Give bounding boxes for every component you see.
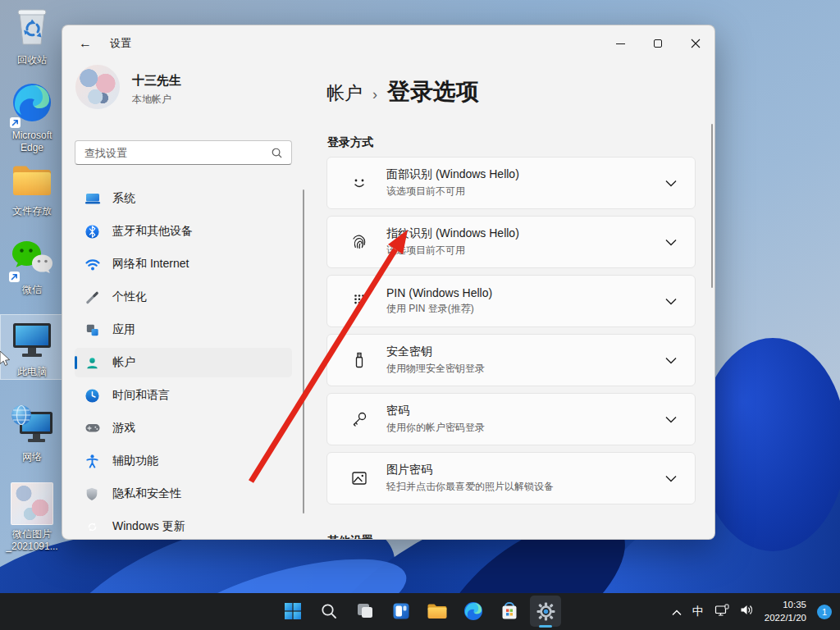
task-view-icon	[355, 601, 375, 621]
desktop-icon-wechat[interactable]: 微信	[2, 240, 62, 296]
shortcut-arrow-icon	[9, 272, 20, 282]
edge-button[interactable]	[458, 596, 489, 627]
sidebar-scrollbar[interactable]	[303, 189, 304, 514]
image-thumbnail	[11, 482, 53, 525]
card-subtitle: 该选项目前不可用	[386, 185, 665, 199]
volume-icon[interactable]	[740, 604, 754, 619]
card-title: PIN (Windows Hello)	[386, 286, 665, 299]
settings-button[interactable]	[530, 596, 561, 627]
wechat-icon	[11, 240, 53, 281]
settings-search-box[interactable]	[75, 140, 292, 165]
folder-icon	[11, 162, 53, 202]
breadcrumb-accounts[interactable]: 帐户	[326, 81, 363, 106]
card-picture-password[interactable]: 图片密码 轻扫并点击你最喜爱的照片以解锁设备	[326, 452, 696, 504]
settings-nav: 系统 蓝牙和其他设备 网络和 Internet 个性化 应用	[75, 184, 292, 540]
bluetooth-icon	[84, 223, 103, 240]
nav-item-system[interactable]: 系统	[75, 184, 292, 213]
widgets-icon	[391, 601, 411, 621]
nav-item-accounts[interactable]: 帐户	[75, 348, 292, 377]
taskbar: 中 10:35 2022/1/20 1	[0, 593, 840, 630]
content-scrollbar[interactable]	[711, 124, 713, 288]
file-explorer-icon	[427, 602, 448, 620]
search-input[interactable]	[75, 147, 271, 159]
desktop-icon-label: 文件存放	[12, 205, 52, 217]
fingerprint-icon	[347, 231, 372, 253]
notification-badge[interactable]: 1	[817, 605, 832, 619]
chevron-down-icon	[665, 416, 677, 423]
shield-icon	[84, 486, 103, 502]
desktop-icon-this-pc[interactable]: 此电脑	[2, 320, 62, 378]
gamepad-icon	[84, 420, 103, 436]
window-title: 设置	[110, 36, 131, 51]
card-security-key[interactable]: 安全密钥 使用物理安全密钥登录	[326, 334, 696, 386]
recycle-bin-icon	[13, 7, 51, 51]
shortcut-arrow-icon	[10, 117, 21, 128]
network-tray-icon[interactable]	[714, 604, 729, 620]
nav-item-bluetooth-devices[interactable]: 蓝牙和其他设备	[75, 217, 292, 246]
file-explorer-button[interactable]	[422, 596, 453, 627]
section-other-settings: 其他设置	[327, 534, 373, 540]
desktop-icon-edge[interactable]: Microsoft Edge	[2, 82, 62, 154]
chevron-down-icon	[665, 239, 677, 246]
back-button[interactable]: ←	[72, 30, 98, 57]
card-password[interactable]: 密码 使用你的帐户密码登录	[326, 393, 696, 445]
widgets-button[interactable]	[386, 596, 417, 627]
start-button[interactable]	[277, 596, 308, 627]
wifi-icon	[84, 256, 103, 272]
desktop-icon-network[interactable]: 网络	[2, 404, 62, 463]
card-title: 面部识别 (Windows Hello)	[386, 167, 665, 182]
breadcrumb-separator-icon: ›	[372, 86, 377, 103]
user-avatar[interactable]	[75, 65, 120, 109]
store-button[interactable]	[494, 596, 525, 627]
system-icon	[84, 190, 103, 207]
card-face-recognition[interactable]: 面部识别 (Windows Hello) 该选项目前不可用	[326, 157, 696, 209]
network-icon	[10, 404, 54, 448]
user-name: 十三先生	[132, 73, 181, 89]
page-title: 登录选项	[387, 76, 479, 107]
nav-item-gaming[interactable]: 游戏	[75, 413, 292, 443]
desktop-icon-label: Microsoft Edge	[2, 130, 62, 154]
card-subtitle: 该选项目前不可用	[386, 244, 665, 258]
back-arrow-icon: ←	[79, 36, 92, 51]
card-subtitle: 轻扫并点击你最喜爱的照片以解锁设备	[386, 480, 665, 494]
desktop-icon-file-storage[interactable]: 文件存放	[2, 162, 62, 217]
nav-item-privacy-security[interactable]: 隐私和安全性	[75, 479, 292, 509]
nav-item-network-internet[interactable]: 网络和 Internet	[75, 249, 292, 279]
nav-item-personalization[interactable]: 个性化	[75, 282, 292, 312]
nav-item-windows-update[interactable]: Windows 更新	[75, 512, 292, 540]
store-icon	[500, 601, 519, 621]
search-button[interactable]	[313, 596, 345, 627]
update-icon	[84, 518, 103, 535]
card-pin[interactable]: PIN (Windows Hello) 使用 PIN 登录(推荐)	[326, 275, 696, 327]
task-view-button[interactable]	[349, 596, 381, 627]
nav-item-time-language[interactable]: 时间和语言	[75, 381, 292, 410]
search-icon	[271, 147, 283, 159]
clock-icon	[84, 387, 103, 404]
ime-indicator[interactable]: 中	[692, 605, 704, 619]
nav-item-apps[interactable]: 应用	[75, 315, 292, 345]
nav-item-accessibility[interactable]: 辅助功能	[75, 446, 292, 476]
search-icon	[320, 602, 338, 620]
edge-icon	[463, 601, 483, 621]
desktop-icon-recycle-bin[interactable]: 回收站	[2, 7, 62, 66]
desktop-icon-label: 此电脑	[17, 366, 47, 378]
picture-icon	[347, 468, 372, 489]
tray-chevron-up-icon[interactable]	[672, 605, 682, 619]
card-title: 密码	[386, 404, 665, 418]
card-title: 安全密钥	[386, 345, 665, 359]
desktop-icon-wechat-image[interactable]: 微信图片_2021091...	[2, 482, 62, 553]
desktop-icon-label: 微信	[22, 284, 42, 296]
pin-pad-icon	[347, 290, 372, 312]
brush-icon	[84, 289, 103, 305]
bloom-petal	[699, 338, 840, 551]
mouse-cursor	[0, 351, 11, 368]
card-fingerprint-recognition[interactable]: 指纹识别 (Windows Hello) 该选项目前不可用	[326, 216, 696, 268]
card-title: 指纹识别 (Windows Hello)	[386, 226, 665, 241]
settings-window: ← 设置 十三先生 本地帐户 系统 蓝牙和其他设备	[62, 25, 715, 540]
windows-logo-icon	[283, 601, 303, 621]
chevron-down-icon	[665, 180, 677, 187]
key-icon	[347, 409, 372, 430]
desktop-icon-label: 微信图片_2021091...	[6, 528, 57, 553]
taskbar-clock[interactable]: 10:35 2022/1/20	[765, 599, 806, 624]
desktop-icon-label: 回收站	[17, 54, 47, 66]
